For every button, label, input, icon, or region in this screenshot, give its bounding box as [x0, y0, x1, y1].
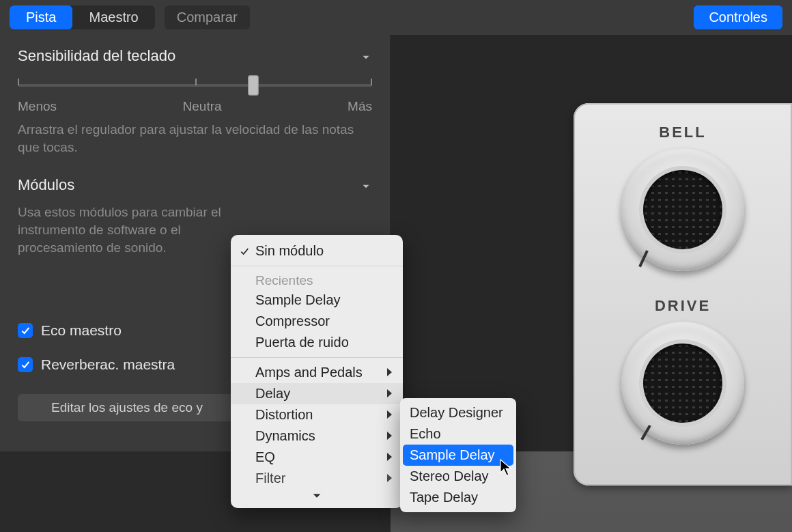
- submenu-sample-delay[interactable]: Sample Delay: [403, 445, 513, 466]
- menu-recent-2[interactable]: Puerta de ruido: [231, 332, 403, 353]
- menu-no-module[interactable]: Sin módulo: [231, 240, 403, 262]
- menu-cat-amps[interactable]: Amps and Pedals: [231, 362, 403, 383]
- chevron-right-icon: [386, 471, 393, 486]
- menu-cat-dynamics[interactable]: Dynamics: [231, 425, 403, 447]
- slider-min-label: Menos: [18, 99, 57, 114]
- menu-cat-eq[interactable]: EQ: [231, 447, 403, 468]
- track-master-segment: Pista Maestro: [10, 5, 155, 29]
- drive-knob[interactable]: [621, 322, 744, 445]
- top-toolbar: Pista Maestro Comparar Controles: [0, 0, 792, 35]
- check-icon: [239, 244, 250, 255]
- chevron-right-icon: [386, 407, 393, 423]
- menu-no-module-label: Sin módulo: [255, 243, 324, 259]
- chevron-down-icon[interactable]: [360, 179, 372, 191]
- bell-knob-label: BELL: [574, 124, 792, 141]
- submenu-tape-delay[interactable]: Tape Delay: [400, 487, 516, 508]
- chevron-down-icon[interactable]: [360, 50, 372, 62]
- controls-button[interactable]: Controles: [694, 5, 782, 29]
- sensitivity-desc: Arrastra el regulador para ajustar la ve…: [18, 121, 372, 156]
- submenu-stereo-delay[interactable]: Stereo Delay: [400, 466, 516, 487]
- slider-mid-label: Neutra: [183, 99, 222, 114]
- tab-pista[interactable]: Pista: [10, 5, 72, 29]
- sensitivity-title: Sensibilidad del teclado: [18, 47, 175, 65]
- compare-button[interactable]: Comparar: [165, 5, 250, 29]
- reverb-checkbox[interactable]: [18, 357, 33, 372]
- modules-desc: Usa estos módulos para cambiar el instru…: [18, 204, 229, 256]
- menu-cat-filter[interactable]: Filter: [231, 468, 403, 489]
- chevron-right-icon: [386, 449, 393, 465]
- menu-cat-distortion[interactable]: Distortion: [231, 404, 403, 425]
- slider-thumb[interactable]: [248, 75, 259, 96]
- menu-cat-delay[interactable]: Delay: [231, 383, 403, 404]
- menu-scroll-down[interactable]: [231, 489, 403, 505]
- menu-recent-1[interactable]: Compressor: [231, 311, 403, 332]
- drive-knob-label: DRIVE: [574, 297, 792, 315]
- plugin-ui: BELL DRIVE: [574, 103, 792, 486]
- bell-knob[interactable]: [621, 148, 744, 271]
- sensitivity-header[interactable]: Sensibilidad del teclado: [18, 47, 372, 65]
- submenu-echo[interactable]: Echo: [400, 423, 516, 445]
- sensitivity-slider[interactable]: [18, 74, 372, 95]
- menu-recent-heading: Recientes: [231, 270, 403, 290]
- modules-header[interactable]: Módulos: [18, 176, 372, 194]
- slider-max-label: Más: [348, 99, 372, 114]
- modules-title: Módulos: [18, 176, 74, 194]
- slider-labels: Menos Neutra Más: [18, 99, 372, 114]
- menu-recent-0[interactable]: Sample Delay: [231, 290, 403, 311]
- chevron-right-icon: [386, 428, 393, 444]
- cursor-icon: [500, 459, 513, 479]
- delay-submenu: Delay Designer Echo Sample Delay Stereo …: [400, 398, 516, 512]
- eco-checkbox[interactable]: [18, 323, 33, 338]
- plugin-context-menu: Sin módulo Recientes Sample Delay Compre…: [231, 235, 403, 508]
- tab-maestro[interactable]: Maestro: [72, 5, 154, 29]
- edit-echo-settings-button[interactable]: Editar los ajustes de eco y: [18, 394, 236, 421]
- chevron-right-icon: [386, 365, 393, 380]
- chevron-right-icon: [386, 386, 393, 402]
- submenu-delay-designer[interactable]: Delay Designer: [400, 402, 516, 423]
